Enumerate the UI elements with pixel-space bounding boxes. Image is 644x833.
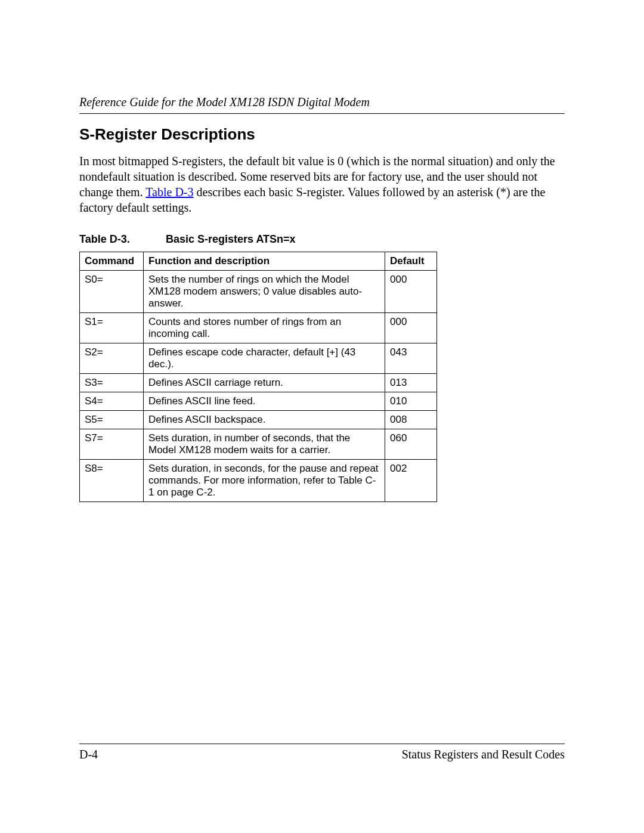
cell-function: Counts and stores number of rings from a…	[144, 313, 385, 343]
table-row: S7= Sets duration, in number of seconds,…	[80, 429, 437, 460]
table-row: S2= Defines escape code character, defau…	[80, 343, 437, 374]
cell-function: Sets duration, in number of seconds, tha…	[144, 429, 385, 460]
cell-function: Defines escape code character, default […	[144, 343, 385, 374]
cell-default: 008	[385, 411, 437, 429]
cell-default: 000	[385, 271, 437, 313]
cell-command: S7=	[80, 429, 144, 460]
section-heading: S-Register Descriptions	[79, 125, 565, 144]
table-caption-number: Table D-3.	[79, 233, 163, 246]
table-row: S3= Defines ASCII carriage return. 013	[80, 374, 437, 392]
cell-default: 060	[385, 429, 437, 460]
table-row: S8= Sets duration, in seconds, for the p…	[80, 460, 437, 502]
table-caption: Table D-3. Basic S-registers ATSn=x	[79, 233, 565, 246]
cell-function: Sets duration, in seconds, for the pause…	[144, 460, 385, 502]
page-content: S-Register Descriptions In most bitmappe…	[79, 119, 565, 502]
page-footer: D-4 Status Registers and Result Codes	[79, 744, 565, 761]
cell-command: S0=	[80, 271, 144, 313]
running-header: Reference Guide for the Model XM128 ISDN…	[79, 95, 565, 109]
cell-command: S3=	[80, 374, 144, 392]
header-rule	[79, 113, 565, 114]
cell-command: S2=	[80, 343, 144, 374]
table-row: S1= Counts and stores number of rings fr…	[80, 313, 437, 343]
cell-function: Defines ASCII carriage return.	[144, 374, 385, 392]
cell-function: Defines ASCII backspace.	[144, 411, 385, 429]
page-number: D-4	[79, 748, 98, 761]
col-header-command: Command	[80, 252, 144, 271]
cell-default: 010	[385, 392, 437, 411]
cell-command: S1=	[80, 313, 144, 343]
table-row: S0= Sets the number of rings on which th…	[80, 271, 437, 313]
col-header-default: Default	[385, 252, 437, 271]
table-caption-title: Basic S-registers ATSn=x	[166, 233, 296, 245]
cell-function: Defines ASCII line feed.	[144, 392, 385, 411]
cell-command: S5=	[80, 411, 144, 429]
table-row: S4= Defines ASCII line feed. 010	[80, 392, 437, 411]
cell-default: 043	[385, 343, 437, 374]
cell-default: 002	[385, 460, 437, 502]
cell-function: Sets the number of rings on which the Mo…	[144, 271, 385, 313]
cell-command: S4=	[80, 392, 144, 411]
footer-rule	[79, 744, 565, 744]
table-header-row: Command Function and description Default	[80, 252, 437, 271]
cell-default: 013	[385, 374, 437, 392]
cell-command: S8=	[80, 460, 144, 502]
cell-default: 000	[385, 313, 437, 343]
col-header-function: Function and description	[144, 252, 385, 271]
table-d3-link[interactable]: Table D-3	[145, 185, 193, 199]
table-row: S5= Defines ASCII backspace. 008	[80, 411, 437, 429]
sregisters-table: Command Function and description Default…	[79, 252, 437, 502]
footer-section-name: Status Registers and Result Codes	[402, 748, 565, 761]
intro-paragraph: In most bitmapped S-registers, the defau…	[79, 153, 565, 215]
page: Reference Guide for the Model XM128 ISDN…	[0, 0, 644, 833]
